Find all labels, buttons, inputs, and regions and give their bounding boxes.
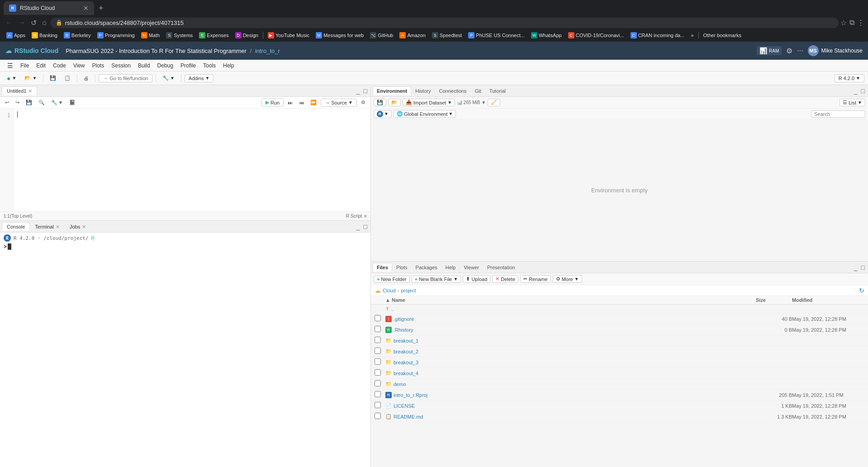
editor-maximize-button[interactable]: □	[362, 87, 369, 95]
file-row-breakout3[interactable]: 📁 breakout_3	[371, 357, 868, 368]
bookmark-phuse[interactable]: P PhUSE US Connect...	[465, 31, 527, 39]
goto-file-button[interactable]: → Go to file/function	[99, 74, 152, 82]
bookmark-berkeley[interactable]: B Berkeley	[61, 31, 94, 39]
forward-button[interactable]: →	[16, 18, 27, 28]
code-options-button[interactable]: 🔧 ▼	[49, 99, 65, 106]
file-name-rhistory[interactable]: R .Rhistory	[385, 327, 756, 333]
file-name-rproj[interactable]: R intro_to_r.Rproj	[385, 392, 756, 398]
file-name-demo[interactable]: 📁 demo	[385, 381, 756, 387]
bookmark-design[interactable]: D Design	[232, 31, 261, 39]
file-checkbox-readme[interactable]	[375, 413, 381, 419]
back-button[interactable]: ←	[4, 18, 14, 28]
run-all-button[interactable]: ⏭	[285, 99, 295, 106]
bookmark-messages[interactable]: M Messages for web	[313, 31, 366, 39]
undo-button[interactable]: ↩	[3, 99, 11, 106]
browser-tab[interactable]: R RStudio Cloud ✕	[4, 1, 94, 15]
extensions-button[interactable]: ⧉	[849, 19, 854, 27]
menu-build[interactable]: Build	[134, 62, 154, 70]
file-checkbox-license[interactable]	[375, 402, 381, 408]
file-checkbox-rproj[interactable]	[375, 391, 381, 397]
console-area[interactable]: R R 4.2.0 · /cloud/project/ ⎘ >	[0, 233, 370, 467]
bookmark-more[interactable]: »	[688, 32, 696, 39]
find-replace-button[interactable]: 🔍	[36, 99, 47, 106]
file-checkbox-breakout3[interactable]	[375, 358, 381, 365]
editor-minimize-button[interactable]: _	[355, 87, 361, 95]
bookmark-systems[interactable]: S Systems	[163, 31, 195, 39]
terminal-tab-close[interactable]: ✕	[56, 224, 60, 230]
env-list-grid-button[interactable]: ☰ List ▼	[840, 99, 865, 106]
file-name-license[interactable]: 📄 LICENSE	[385, 403, 756, 409]
delete-button[interactable]: ✕ Delete	[492, 275, 518, 283]
home-button[interactable]: ⌂	[40, 18, 48, 28]
menu-edit[interactable]: Edit	[33, 62, 49, 70]
file-checkbox-rhistory[interactable]	[375, 326, 381, 332]
file-row-license[interactable]: 📄 LICENSE 1 KB May 19, 2022, 12:28 PM	[371, 400, 868, 411]
menu-tools[interactable]: Tools	[199, 62, 219, 70]
tab-viewer[interactable]: Viewer	[460, 263, 483, 272]
save-script-button[interactable]: 💾	[24, 99, 34, 106]
env-minimize-button[interactable]: _	[853, 87, 859, 95]
console-minimize-button[interactable]: _	[355, 223, 361, 230]
refresh-files-button[interactable]: ↻	[859, 287, 864, 294]
menu-view[interactable]: View	[70, 62, 89, 70]
tab-packages[interactable]: Packages	[412, 263, 441, 272]
bookmark-youtube-music[interactable]: ▶ YouTube Music	[265, 31, 312, 39]
code-editor[interactable]: 1	[0, 109, 370, 211]
env-load-button[interactable]: 📂	[388, 99, 401, 106]
new-tab-button[interactable]: +	[96, 4, 106, 13]
r-version-button[interactable]: R 4.2.0 ▼	[835, 74, 864, 82]
tab-environment[interactable]: Environment	[373, 86, 411, 95]
bookmark-star-button[interactable]: ☆	[840, 19, 847, 27]
menu-plots[interactable]: Plots	[89, 62, 108, 70]
terminal-tab[interactable]: Terminal ✕	[30, 222, 65, 231]
bookmark-expenses[interactable]: E Expenses	[196, 31, 231, 39]
bookmark-whatsapp[interactable]: W WhatsApp	[528, 31, 564, 39]
menu-code[interactable]: Code	[49, 62, 70, 70]
bookmark-covid[interactable]: C COVID-19/Coronavi...	[565, 31, 627, 39]
redo-button[interactable]: ↪	[13, 99, 22, 106]
global-env-button[interactable]: 🌐 Global Environment ▼	[394, 110, 456, 118]
files-minimize-button[interactable]: _	[853, 264, 859, 271]
browser-menu-button[interactable]: ⋮	[857, 19, 864, 27]
file-checkbox-breakout4[interactable]	[375, 369, 381, 376]
file-row-demo[interactable]: 📁 demo	[371, 379, 868, 390]
tab-plots[interactable]: Plots	[392, 263, 411, 272]
tab-close-button[interactable]: ✕	[83, 5, 89, 12]
bookmark-other[interactable]: Other bookmarks	[701, 32, 744, 39]
env-clear-button[interactable]: 🧹	[488, 99, 500, 106]
tab-files[interactable]: Files	[373, 263, 392, 272]
file-row-breakout1[interactable]: 📁 breakout_1	[371, 335, 868, 346]
menu-debug[interactable]: Debug	[154, 62, 177, 70]
file-row-rhistory[interactable]: R .Rhistory 0 B May 19, 2022, 12:28 PM	[371, 324, 868, 335]
editor-options-button[interactable]: ⚙	[359, 99, 368, 106]
header-name-col[interactable]: ▲ Name	[385, 297, 756, 303]
env-search-input[interactable]	[811, 110, 865, 118]
file-checkbox-demo[interactable]	[375, 380, 381, 386]
run-prev-button[interactable]: ⏮	[297, 99, 306, 106]
jobs-tab[interactable]: Jobs ✕	[65, 222, 91, 231]
more-options-button[interactable]: ···	[797, 47, 803, 55]
import-dataset-button[interactable]: 📥 Import Dataset ▼	[403, 99, 455, 106]
file-row-readme[interactable]: 📋 README.md 1.3 KB May 19, 2022, 12:28 P…	[371, 411, 868, 422]
jobs-tab-close[interactable]: ✕	[82, 224, 86, 230]
header-size-col[interactable]: Size	[756, 297, 792, 303]
bookmark-apps[interactable]: A Apps	[4, 31, 28, 39]
file-row-gitignore[interactable]: ! .gitignore 40 B May 19, 2022, 12:28 PM	[371, 314, 868, 324]
tab-help[interactable]: Help	[441, 263, 460, 272]
parent-dir-link[interactable]: ⬆ ..	[385, 306, 864, 312]
file-name-breakout2[interactable]: 📁 breakout_2	[385, 348, 756, 354]
save-button[interactable]: 💾	[47, 74, 59, 82]
source-button[interactable]: → Source ▼	[321, 99, 357, 107]
file-checkbox-gitignore[interactable]	[375, 315, 381, 321]
new-folder-button[interactable]: + New Folder	[374, 276, 410, 283]
settings-button[interactable]: ⚙	[786, 47, 792, 55]
print-button[interactable]: 🖨	[81, 74, 92, 82]
addins-button[interactable]: Addins ▼	[185, 74, 214, 82]
files-maximize-button[interactable]: □	[860, 264, 866, 271]
console-maximize-button[interactable]: □	[362, 223, 369, 230]
more-button[interactable]: ⚙ More ▼	[553, 275, 582, 283]
menu-file[interactable]: File	[17, 62, 33, 70]
run-next-button[interactable]: ⏩	[308, 99, 319, 106]
save-all-button[interactable]: 📋	[61, 74, 74, 82]
menu-profile[interactable]: Profile	[177, 62, 199, 70]
